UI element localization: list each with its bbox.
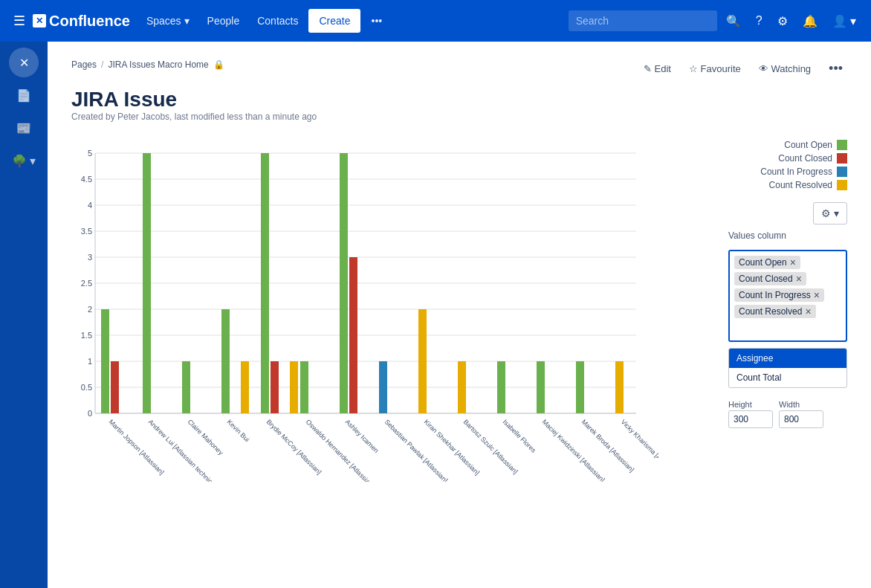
svg-text:Claire Mahoney: Claire Mahoney <box>187 418 225 456</box>
dropdown-item-assignee[interactable]: Assignee <box>729 349 846 368</box>
svg-text:1.5: 1.5 <box>81 331 92 340</box>
svg-rect-26 <box>143 153 151 413</box>
height-label: Height <box>728 400 773 409</box>
svg-text:Vicky Kharisma [Atlassian]: Vicky Kharisma [Atlassian] <box>620 418 658 479</box>
breadcrumb-page-link[interactable]: JIRA Issues Macro Home <box>108 59 208 70</box>
values-column-label: Values column <box>728 230 847 241</box>
dimensions-row: Height Width <box>728 400 847 428</box>
main-content: Pages / JIRA Issues Macro Home 🔒 ✎ Edit … <box>48 42 871 588</box>
breadcrumb-pages-link[interactable]: Pages <box>71 59 97 70</box>
tag-count-open: Count Open × <box>734 256 800 269</box>
svg-rect-30 <box>261 153 269 413</box>
confluence-logo: ✕ Confluence <box>33 13 130 30</box>
tag-count-inprogress: Count In Progress × <box>734 288 824 302</box>
page-meta: Created by Peter Jacobs, last modified l… <box>71 112 847 122</box>
favourite-button[interactable]: ☆ Favourite <box>684 60 745 77</box>
width-field: Width <box>779 400 823 428</box>
breadcrumb-separator: / <box>101 59 103 70</box>
tag-count-closed: Count Closed × <box>734 272 806 285</box>
sidebar-feed-icon[interactable]: 📰 <box>9 113 39 143</box>
svg-rect-42 <box>615 361 624 413</box>
svg-rect-27 <box>182 361 190 413</box>
svg-text:0: 0 <box>88 409 92 418</box>
svg-rect-25 <box>111 361 119 413</box>
breadcrumb: Pages / JIRA Issues Macro Home 🔒 <box>71 59 224 70</box>
lock-icon: 🔒 <box>213 59 224 70</box>
chart-section: 5 4.5 4 3.5 3 2.5 2 1.5 1 0.5 0 <box>71 140 847 484</box>
more-actions-button[interactable]: ••• <box>824 59 847 78</box>
legend-item-closed: Count Closed <box>728 153 847 164</box>
svg-rect-28 <box>221 309 230 413</box>
bar-chart-svg: 5 4.5 4 3.5 3 2.5 2 1.5 1 0.5 0 <box>71 140 658 482</box>
tag-count-resolved: Count Resolved × <box>734 305 816 318</box>
hamburger-button[interactable]: ☰ <box>9 8 30 33</box>
width-label: Width <box>779 400 823 409</box>
tag-inprogress-close[interactable]: × <box>814 290 820 300</box>
legend-item-progress: Count In Progress <box>728 167 847 177</box>
tag-inprogress-label: Count In Progress <box>739 290 811 300</box>
svg-rect-29 <box>241 361 249 413</box>
legend-closed-color <box>837 153 847 164</box>
svg-text:2.5: 2.5 <box>81 279 92 288</box>
svg-text:3: 3 <box>88 253 92 262</box>
tag-resolved-label: Count Resolved <box>739 306 802 317</box>
svg-rect-35 <box>349 257 357 413</box>
top-navigation: ☰ ✕ Confluence Spaces ▾ People Contacts … <box>0 0 871 42</box>
svg-rect-33 <box>300 361 308 413</box>
svg-rect-39 <box>497 361 505 413</box>
height-input[interactable] <box>728 410 773 428</box>
svg-text:3.5: 3.5 <box>81 227 92 236</box>
logo-icon: ✕ <box>33 14 46 28</box>
help-icon-button[interactable]: ? <box>750 8 768 33</box>
svg-text:2: 2 <box>88 305 92 314</box>
search-input[interactable] <box>569 10 717 31</box>
svg-text:4: 4 <box>88 201 92 210</box>
notifications-icon-button[interactable]: 🔔 <box>797 8 823 34</box>
config-gear-button[interactable]: ⚙ ▾ <box>813 202 847 224</box>
page-title: JIRA Issue <box>71 88 847 112</box>
sidebar-tree-icon[interactable]: 🌳 ▾ <box>9 146 39 175</box>
sidebar-pages-icon[interactable]: 📄 <box>9 80 39 110</box>
tag-open-label: Count Open <box>739 257 787 268</box>
people-nav-button[interactable]: People <box>200 9 247 33</box>
create-button[interactable]: Create <box>308 9 360 33</box>
legend-open-color <box>837 140 847 150</box>
svg-text:Kevin Bui: Kevin Bui <box>226 418 251 443</box>
watching-button[interactable]: 👁 Watching <box>754 60 815 77</box>
legend-progress-color <box>837 167 847 177</box>
legend-item-resolved: Count Resolved <box>728 180 847 190</box>
tag-resolved-close[interactable]: × <box>805 306 811 317</box>
svg-rect-24 <box>101 309 109 413</box>
tag-open-close[interactable]: × <box>790 257 796 268</box>
legend-open-label: Count Open <box>784 140 832 150</box>
edit-button[interactable]: ✎ Edit <box>639 60 676 77</box>
svg-rect-34 <box>340 153 348 413</box>
svg-rect-31 <box>271 361 279 413</box>
svg-text:0.5: 0.5 <box>81 383 92 392</box>
svg-text:5: 5 <box>88 149 92 158</box>
svg-text:1: 1 <box>88 357 92 366</box>
svg-rect-37 <box>418 309 427 413</box>
legend-progress-label: Count In Progress <box>760 167 832 177</box>
spaces-nav-button[interactable]: Spaces ▾ <box>139 9 197 33</box>
sidebar-home-icon[interactable]: ✕ <box>9 48 39 77</box>
svg-text:Maciej Kwidzinski [Atlassian]: Maciej Kwidzinski [Atlassian] <box>541 418 606 482</box>
legend-resolved-color <box>837 180 847 190</box>
legend-item-open: Count Open <box>728 140 847 150</box>
svg-text:Ashley Icamen: Ashley Icamen <box>344 418 381 454</box>
search-icon-button[interactable]: 🔍 <box>720 8 747 34</box>
settings-icon-button[interactable]: ⚙ <box>771 8 794 34</box>
width-input[interactable] <box>779 410 823 428</box>
chart-container: 5 4.5 4 3.5 3 2.5 2 1.5 1 0.5 0 <box>71 140 710 484</box>
values-tag-input[interactable] <box>734 323 794 336</box>
profile-icon-button[interactable]: 👤 ▾ <box>826 8 862 34</box>
dropdown-item-count-total[interactable]: Count Total <box>729 368 846 387</box>
svg-text:4.5: 4.5 <box>81 175 92 184</box>
svg-rect-32 <box>290 361 298 413</box>
tag-closed-close[interactable]: × <box>796 274 802 284</box>
values-tag-container[interactable]: Count Open × Count Closed × Count In Pro… <box>728 250 847 342</box>
height-field: Height <box>728 400 773 428</box>
tag-closed-label: Count Closed <box>739 274 793 284</box>
more-nav-button[interactable]: ••• <box>363 9 389 33</box>
contacts-nav-button[interactable]: Contacts <box>250 9 305 33</box>
